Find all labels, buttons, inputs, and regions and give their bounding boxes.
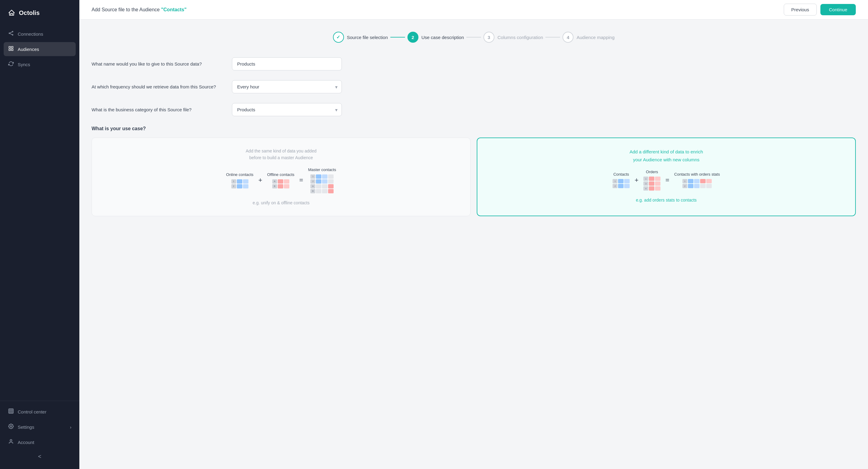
page-content: ✓ Source file selection 2 Use case descr… [79,20,868,469]
card-enrich-example: e.g. add orders stats to contacts [636,197,696,204]
sidebar-item-connections-label: Connections [18,31,43,37]
form-category-label: What is the business category of this So… [92,107,220,112]
sidebar-item-control-center[interactable]: Control center [4,405,76,419]
orders-label: Orders [646,170,658,174]
contacts-label: Contacts [614,172,629,176]
step-connector-1 [390,37,405,37]
control-center-icon [8,408,14,415]
audiences-icon [8,46,14,53]
offline-contacts-item: Offline contacts A B [267,172,294,189]
svg-point-14 [10,426,12,427]
sidebar-item-syncs-label: Syncs [18,62,30,67]
online-contacts-label: Online contacts [226,172,254,177]
svg-line-4 [10,34,12,35]
step-3-circle: 3 [484,32,494,43]
sidebar-item-audiences[interactable]: Audiences [4,42,76,56]
use-case-grid: Add the same kind of data you added befo… [92,137,856,216]
app-logo: Octolis [0,0,79,27]
sidebar-item-settings-label: Settings [18,425,34,430]
form-category-row: What is the business category of this So… [92,103,856,116]
step-3-label: Columns configuration [497,35,543,40]
contacts-with-orders-item: Contacts with orders stats 1 2 [674,172,720,188]
wizard-steps: ✓ Source file selection 2 Use case descr… [92,32,856,43]
form-frequency-select[interactable]: Every hour Every day Every week Real-tim… [232,80,342,93]
form-category-select-wrap: Products Contacts Orders Events ▾ [232,103,342,116]
form-name-row: What name would you like to give to this… [92,57,856,70]
step-use-case: 2 Use case description [407,32,464,43]
form-category-select[interactable]: Products Contacts Orders Events [232,103,342,116]
header-title-highlight: "Contacts" [161,7,187,12]
card-master-content: Add the same kind of data you added befo… [100,147,462,206]
app-name: Octolis [19,9,40,16]
svg-rect-5 [9,46,10,48]
page-header: Add Source file to the Audience "Contact… [79,0,868,20]
svg-rect-7 [9,49,10,51]
step-1-circle: ✓ [333,32,344,43]
syncs-icon [8,61,14,68]
card-master-example: e.g. unify on & offline contacts [253,199,310,206]
connections-icon [8,31,14,37]
sidebar-item-account[interactable]: Account [4,435,76,449]
use-case-card-enrich[interactable]: Add a different kind of data to enrich y… [477,137,856,216]
step-4-circle: 4 [562,32,574,43]
online-contacts-item: Online contacts 1 2 [226,172,254,189]
step-4-label: Audience mapping [577,35,614,40]
card-enrich-op2: = [665,176,669,184]
offline-contacts-label: Offline contacts [267,172,294,177]
master-contacts-label: Master contacts [308,167,336,172]
collapse-icon: < [38,454,41,460]
settings-chevron-icon: › [70,425,71,430]
main-content: Add Source file to the Audience "Contact… [79,0,868,469]
logo-icon [7,8,16,17]
sidebar-nav: Connections Audiences Syncs [0,27,79,401]
card-enrich-op1: + [634,176,639,184]
contacts-item: Contacts 1 2 [613,172,630,188]
use-case-card-master[interactable]: Add the same kind of data you added befo… [92,137,471,216]
form-frequency-row: At which frequency should we retrieve da… [92,80,856,93]
step-2-circle: 2 [407,32,418,43]
svg-line-3 [10,32,12,33]
previous-button[interactable]: Previous [784,4,817,15]
page-title: Add Source file to the Audience "Contact… [92,7,186,12]
form-name-input[interactable] [232,57,342,70]
svg-rect-6 [11,46,13,48]
sidebar: Octolis Connections Audiences Syncs [0,0,79,469]
step-columns-config: 3 Columns configuration [484,32,543,43]
card-master-visual: Online contacts 1 2 [226,167,336,193]
form-frequency-label: At which frequency should we retrieve da… [92,84,220,89]
sidebar-item-syncs[interactable]: Syncs [4,57,76,71]
sidebar-item-audiences-label: Audiences [18,47,39,52]
svg-point-0 [9,33,10,34]
settings-icon [8,424,14,430]
form-frequency-select-wrap: Every hour Every day Every week Real-tim… [232,80,342,93]
contacts-with-orders-label: Contacts with orders stats [674,172,720,176]
sidebar-bottom: Control center Settings › Account < [0,401,79,469]
sidebar-item-control-center-label: Control center [18,409,46,414]
sidebar-collapse-button[interactable]: < [4,450,76,463]
step-audience-mapping: 4 Audience mapping [562,32,614,43]
svg-point-1 [12,31,13,32]
use-case-section: What is your use case? Add the same kind… [92,126,856,216]
form-name-label: What name would you like to give to this… [92,61,220,66]
svg-point-15 [10,439,12,441]
master-contacts-item: Master contacts 1 2 [308,167,336,193]
sidebar-item-account-label: Account [18,440,34,445]
step-connector-3 [546,37,560,37]
card-enrich-visual: Contacts 1 2 [613,170,720,191]
sidebar-item-settings[interactable]: Settings › [4,420,76,434]
svg-rect-9 [9,409,13,413]
orders-item: Orders 1 3 4 [643,170,660,191]
use-case-section-title: What is your use case? [92,126,856,131]
card-master-text: Add the same kind of data you added befo… [246,147,316,161]
step-2-label: Use case description [422,35,464,40]
card-enrich-content: Add a different kind of data to enrich y… [486,148,847,204]
card-master-op1: + [258,176,262,184]
card-enrich-text: Add a different kind of data to enrich y… [630,148,703,163]
card-master-op2: = [300,176,303,184]
step-connector-2 [466,37,481,37]
step-source-file: ✓ Source file selection [333,32,388,43]
sidebar-item-connections[interactable]: Connections [4,27,76,41]
step-1-label: Source file selection [347,35,388,40]
continue-button[interactable]: Continue [820,4,856,15]
header-title-prefix: Add Source file to the Audience [92,7,161,12]
